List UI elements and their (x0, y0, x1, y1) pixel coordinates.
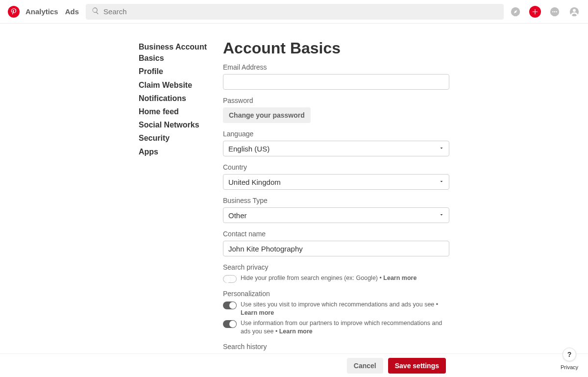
page-title: Account Basics (223, 39, 449, 57)
sidebar-item-home-feed[interactable]: Home feed (139, 106, 207, 117)
email-label: Email Address (223, 63, 449, 71)
learn-more-link[interactable]: Learn more (279, 328, 313, 335)
help-button[interactable]: ? (563, 348, 576, 361)
learn-more-link[interactable]: Learn more (383, 275, 416, 281)
email-input[interactable] (223, 74, 449, 90)
searchpriv-toggle[interactable] (223, 275, 237, 283)
svg-point-0 (8, 6, 20, 18)
svg-point-4 (554, 11, 555, 12)
country-value[interactable] (223, 174, 449, 190)
svg-point-3 (552, 11, 553, 12)
privacy-link[interactable]: Privacy (561, 364, 578, 370)
personal-text-1: Use sites you visit to improve which rec… (241, 301, 449, 317)
sidebar-item-apps[interactable]: Apps (139, 146, 207, 157)
add-icon[interactable] (529, 6, 541, 18)
password-label: Password (223, 97, 449, 104)
language-select[interactable] (223, 141, 449, 156)
search-bar[interactable] (86, 4, 504, 20)
nav-ads[interactable]: Ads (65, 7, 79, 16)
sidebar-item-claim-website[interactable]: Claim Website (139, 79, 207, 91)
svg-point-5 (556, 11, 557, 12)
sidebar-item-notifications[interactable]: Notifications (139, 93, 207, 104)
settings-sidebar: Business Account Basics Profile Claim We… (139, 39, 207, 377)
language-label: Language (223, 130, 449, 138)
country-label: Country (223, 163, 449, 171)
profile-icon[interactable] (568, 6, 580, 18)
nav-analytics[interactable]: Analytics (25, 7, 58, 16)
sidebar-item-profile[interactable]: Profile (139, 66, 207, 77)
top-header: Analytics Ads (0, 0, 588, 24)
search-icon (92, 7, 103, 17)
pinterest-logo-icon[interactable] (8, 6, 20, 18)
main-area: Business Account Basics Profile Claim We… (0, 24, 588, 377)
personal-text-2: Use information from our partners to imp… (241, 319, 449, 336)
biztype-select[interactable] (223, 207, 449, 223)
sh-label: Search history (223, 343, 449, 351)
personal-toggle-2[interactable] (223, 320, 237, 328)
personal-toggle-1[interactable] (223, 302, 237, 309)
help-area: ? Privacy (561, 348, 578, 370)
search-input[interactable] (103, 7, 498, 16)
searchpriv-text: Hide your profile from search engines (e… (241, 274, 416, 282)
biztype-value[interactable] (223, 207, 449, 223)
contact-label: Contact name (223, 230, 449, 238)
biztype-label: Business Type (223, 197, 449, 204)
save-button[interactable]: Save settings (388, 358, 446, 374)
change-password-button[interactable]: Change your password (223, 107, 311, 123)
cancel-button[interactable]: Cancel (347, 358, 383, 374)
svg-point-7 (573, 9, 576, 12)
chat-icon[interactable] (549, 6, 561, 18)
personal-label: Personalization (223, 290, 449, 298)
header-icons (510, 6, 580, 18)
sidebar-item-business-account[interactable]: Business Account Basics (139, 41, 207, 64)
contact-input[interactable] (223, 241, 449, 256)
sidebar-item-social-networks[interactable]: Social Networks (139, 119, 207, 130)
footer-bar: Cancel Save settings (0, 353, 588, 377)
sidebar-item-security[interactable]: Security (139, 132, 207, 144)
learn-more-link[interactable]: Learn more (241, 309, 274, 316)
language-value[interactable] (223, 141, 449, 156)
country-select[interactable] (223, 174, 449, 190)
compass-icon[interactable] (510, 6, 521, 18)
searchpriv-label: Search privacy (223, 263, 449, 271)
content: Account Basics Email Address Password Ch… (223, 39, 449, 377)
